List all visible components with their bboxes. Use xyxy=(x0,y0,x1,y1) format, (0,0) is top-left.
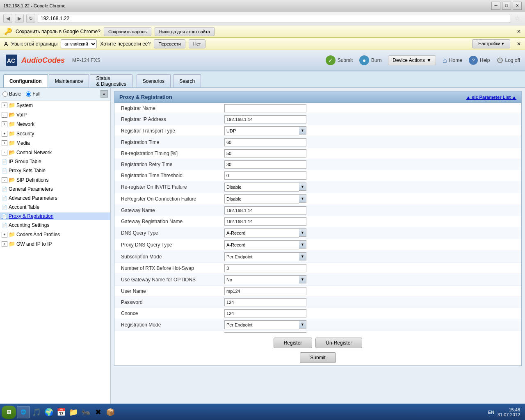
tree-row-general-params[interactable]: 📄 General Parameters xyxy=(0,185,110,193)
device-actions-dropdown[interactable]: Device Actions ▼ xyxy=(388,55,436,65)
save-password-button[interactable]: Сохранить пароль xyxy=(104,27,151,36)
form-input-number-of-rtx-before-hot-swap[interactable] xyxy=(224,264,306,272)
tree-row-security[interactable]: + 📁 Security xyxy=(0,130,110,137)
translate-button[interactable]: Перевести xyxy=(154,39,185,48)
form-input-registration-retry-time[interactable] xyxy=(224,160,306,169)
taskbar-x-icon[interactable]: ✖ xyxy=(92,406,104,418)
tab-maintenance[interactable]: Maintenance xyxy=(49,74,89,87)
address-bar[interactable] xyxy=(38,14,510,23)
dropdown-arrow-icon[interactable]: ▼ xyxy=(299,228,306,237)
settings-dropdown-button[interactable]: Настройки ▾ xyxy=(472,39,510,48)
dropdown-arrow-icon[interactable]: ▼ xyxy=(299,332,306,333)
taskbar-ie-button[interactable]: 🌐 xyxy=(17,406,30,418)
tab-configuration[interactable]: Configuration xyxy=(3,74,48,87)
expand-icon-sip-definitions[interactable]: - xyxy=(2,177,7,183)
submit-header-button[interactable]: ✓ Submit xyxy=(326,55,353,65)
tree-row-control-network[interactable]: - 📂 Control Network xyxy=(0,148,110,156)
refresh-button[interactable]: ↻ xyxy=(26,14,35,23)
full-radio[interactable] xyxy=(26,91,31,97)
forward-button[interactable]: ▶ xyxy=(15,14,24,23)
close-lang-bar-button[interactable]: ✕ xyxy=(517,41,521,47)
register-button[interactable]: Register xyxy=(274,338,313,348)
tree-row-ip-group[interactable]: 📄 IP Group Table xyxy=(0,158,110,165)
form-select-registrar-transport-type[interactable]: UDP xyxy=(224,126,299,135)
form-select-use-gateway-name-for-options[interactable]: No xyxy=(224,275,299,284)
expand-icon-control-network[interactable]: - xyxy=(2,150,7,155)
form-select-registration-mode[interactable]: Per Endpoint xyxy=(224,320,299,329)
tree-row-network[interactable]: + 📁 Network xyxy=(0,120,110,128)
expand-icon-gw-ip[interactable]: + xyxy=(2,241,7,247)
tree-row-gw-ip[interactable]: + 📁 GW and IP to IP xyxy=(0,240,110,248)
tree-row-media[interactable]: + 📁 Media xyxy=(0,139,110,147)
tree-row-voip[interactable]: - 📂 VoIP xyxy=(0,111,110,119)
expand-icon-network[interactable]: + xyxy=(2,121,7,127)
help-header-button[interactable]: ? Help xyxy=(469,56,490,65)
tree-row-accounting[interactable]: 📄 Accunting Settings xyxy=(0,221,110,229)
dropdown-arrow-icon[interactable]: ▼ xyxy=(299,240,306,249)
expand-icon-media[interactable]: + xyxy=(2,140,7,146)
form-input-password[interactable] xyxy=(224,298,306,306)
tab-scenarios[interactable]: Scenarios xyxy=(137,74,171,87)
close-button[interactable]: ✕ xyxy=(513,2,522,10)
language-select[interactable]: английский xyxy=(61,39,97,48)
param-list-link[interactable]: ▲ sic Parameter List ▲ xyxy=(466,95,516,100)
start-button[interactable]: ⊞ xyxy=(2,406,16,419)
tree-row-proxy-sets[interactable]: 📄 Proxy Sets Table xyxy=(0,167,110,174)
form-input-gateway-registration-name[interactable] xyxy=(224,217,306,226)
form-select-dns-query-type[interactable]: A-Record xyxy=(224,228,299,237)
form-input-gateway-name[interactable] xyxy=(224,206,306,215)
tab-search[interactable]: Search xyxy=(173,74,201,87)
logoff-header-button[interactable]: ⏻ Log off xyxy=(497,57,520,64)
form-select-set-out-of-service-on-registration-failure[interactable]: Disable xyxy=(224,332,299,333)
expand-icon-coders-profiles[interactable]: + xyxy=(2,232,7,237)
tree-row-sip-definitions[interactable]: - 📂 SIP Definitions xyxy=(0,176,110,184)
close-password-bar-button[interactable]: ✕ xyxy=(517,29,521,34)
collapse-sidebar-button[interactable]: « xyxy=(100,90,108,98)
dropdown-arrow-icon[interactable]: ▼ xyxy=(299,183,306,191)
no-translate-button[interactable]: Нет xyxy=(189,39,205,48)
tab-status-diagnostics[interactable]: Status& Diagnostics xyxy=(90,74,132,87)
tree-row-account-table[interactable]: 📄 Account Table xyxy=(0,203,110,211)
taskbar-ant-icon[interactable]: 🐜 xyxy=(80,406,91,418)
dropdown-arrow-icon[interactable]: ▼ xyxy=(299,252,306,260)
form-input-user-name[interactable] xyxy=(224,287,306,295)
form-select-reregister-on-connection-failure[interactable]: Disable xyxy=(224,194,299,203)
form-input-registration-time[interactable] xyxy=(224,138,306,146)
form-input-registrar-ip-address[interactable] xyxy=(224,115,306,123)
submit-form-button[interactable]: Submit xyxy=(300,352,336,363)
tree-row-proxy-registration[interactable]: 📄 Proxy & Registration xyxy=(0,212,110,220)
dropdown-arrow-icon[interactable]: ▼ xyxy=(299,194,306,203)
maximize-button[interactable]: □ xyxy=(502,2,511,10)
never-save-button[interactable]: Никогда для этого сайта xyxy=(155,27,215,36)
basic-radio[interactable] xyxy=(2,91,8,97)
expand-icon-voip[interactable]: - xyxy=(2,112,7,118)
form-input-registration-time-threshold[interactable] xyxy=(224,171,306,180)
minimize-button[interactable]: ─ xyxy=(491,2,500,10)
dropdown-arrow-icon[interactable]: ▼ xyxy=(299,320,306,329)
form-select-subscription-mode[interactable]: Per Endpoint xyxy=(224,252,299,261)
expand-icon-security[interactable]: + xyxy=(2,131,7,137)
form-select-re-register-on-invite-failure[interactable]: Disable xyxy=(224,183,299,192)
taskbar-media-icon[interactable]: 🎵 xyxy=(31,406,42,418)
dropdown-arrow-icon[interactable]: ▼ xyxy=(299,126,306,135)
basic-radio-label[interactable]: Basic xyxy=(2,91,21,97)
form-input-registrar-name[interactable] xyxy=(224,104,306,112)
home-header-button[interactable]: ⌂ Home xyxy=(443,56,462,65)
taskbar-chrome-icon[interactable]: 🌍 xyxy=(43,406,55,418)
tree-row-advanced-params[interactable]: 📄 Advanced Parameters xyxy=(0,194,110,202)
taskbar-calendar-icon[interactable]: 📅 xyxy=(55,406,67,418)
dropdown-arrow-icon[interactable]: ▼ xyxy=(299,275,306,283)
tree-row-system[interactable]: + 📁 System xyxy=(0,101,110,109)
full-radio-label[interactable]: Full xyxy=(26,91,40,97)
form-input-re-registration-timing-[%][interactable] xyxy=(224,149,306,158)
taskbar-archive-icon[interactable]: 📦 xyxy=(105,406,116,418)
form-select-proxy-dns-query-type[interactable]: A-Record xyxy=(224,240,299,249)
taskbar-folder-icon[interactable]: 📁 xyxy=(68,406,79,418)
back-button[interactable]: ◀ xyxy=(3,14,12,23)
bookmark-icon[interactable]: ☆ xyxy=(513,14,522,23)
tree-row-coders-profiles[interactable]: + 📁 Coders And Profiles xyxy=(0,231,110,238)
expand-icon-system[interactable]: + xyxy=(2,103,7,108)
burn-header-button[interactable]: ● Burn xyxy=(359,55,381,65)
unregister-button[interactable]: Un-Register xyxy=(315,338,362,348)
form-input-cnonce[interactable] xyxy=(224,309,306,317)
